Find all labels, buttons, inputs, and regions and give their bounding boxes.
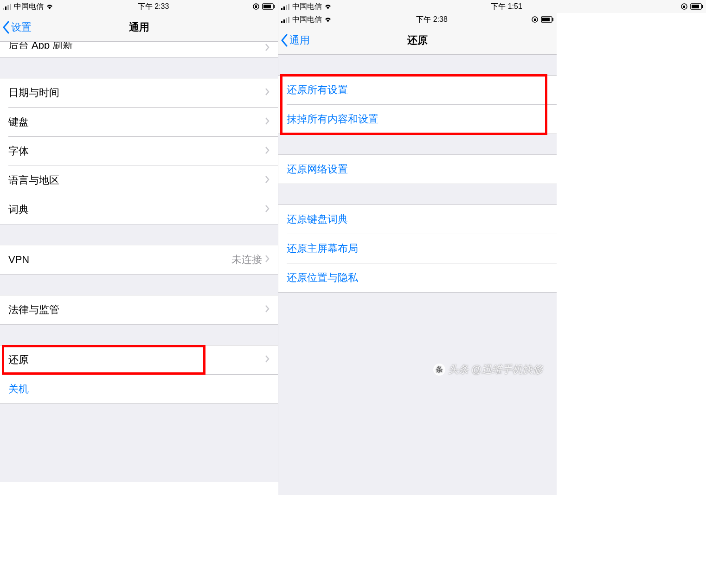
- carrier-label: 中国电信: [14, 2, 44, 12]
- chevron-right-icon: [265, 42, 270, 54]
- svg-rect-18: [281, 21, 282, 23]
- row-dictionary[interactable]: 词典: [0, 195, 278, 224]
- nav-bar: 通用 还原: [278, 26, 557, 55]
- back-label: 设置: [11, 20, 32, 34]
- watermark-text: 头条 @迅维手机快修: [448, 363, 543, 377]
- screen-general: 中国电信 下午 2:33 设置 通用 后台 App 刷新 日期与时间 键盘: [0, 0, 278, 482]
- nav-bar: 设置 通用: [0, 13, 278, 42]
- carrier-label: 中国电信: [292, 15, 322, 25]
- chevron-right-icon: [265, 145, 270, 157]
- signal-icon: [281, 16, 290, 23]
- row-reset[interactable]: 还原: [0, 345, 278, 374]
- page-title: 还原: [407, 33, 428, 47]
- svg-rect-11: [286, 5, 287, 10]
- row-reset-keyboard-dict[interactable]: 还原键盘词典: [278, 205, 557, 234]
- wifi-icon: [324, 16, 332, 23]
- back-button[interactable]: 通用: [280, 33, 310, 47]
- signal-icon: [281, 3, 290, 10]
- svg-rect-3: [10, 4, 11, 10]
- lock-icon: [253, 3, 259, 10]
- status-bar: 中国电信 下午 2:38: [278, 13, 557, 26]
- svg-rect-10: [283, 6, 285, 10]
- row-keyboard[interactable]: 键盘: [0, 108, 278, 136]
- battery-icon: [690, 3, 703, 10]
- clock-label: 下午 1:51: [491, 2, 522, 12]
- carrier-label: 中国电信: [292, 2, 322, 12]
- row-reset-location-privacy[interactable]: 还原位置与隐私: [278, 263, 557, 292]
- wifi-icon: [324, 3, 332, 10]
- signal-icon: [3, 3, 12, 10]
- page-title: 通用: [129, 20, 149, 34]
- chevron-right-icon: [265, 116, 270, 128]
- row-erase-all[interactable]: 抹掉所有内容和设置: [278, 105, 557, 134]
- svg-rect-20: [286, 18, 287, 23]
- row-background-refresh[interactable]: 后台 App 刷新: [0, 42, 278, 57]
- svg-rect-25: [542, 18, 550, 21]
- row-label: 后台 App 刷新: [8, 42, 265, 49]
- back-button[interactable]: 设置: [2, 20, 32, 34]
- svg-rect-23: [534, 19, 536, 21]
- svg-rect-7: [263, 5, 271, 8]
- svg-rect-8: [274, 5, 275, 8]
- row-date-time[interactable]: 日期与时间: [0, 78, 278, 107]
- screen-reset: 中国电信 下午 2:38 通用 还原 还原所有设置 抹掉所有内容和设置: [278, 13, 557, 495]
- svg-rect-19: [283, 19, 285, 23]
- svg-rect-12: [288, 4, 289, 10]
- status-bar: 中国电信 下午 2:33: [0, 0, 278, 13]
- clock-label: 下午 2:38: [416, 15, 448, 25]
- watermark: 条 头条 @迅维手机快修: [433, 363, 543, 377]
- clock-label: 下午 2:33: [138, 2, 169, 12]
- svg-rect-9: [281, 8, 282, 10]
- row-legal[interactable]: 法律与监管: [0, 295, 278, 324]
- row-shutdown[interactable]: 关机: [0, 375, 278, 403]
- svg-rect-26: [552, 18, 553, 21]
- status-bar-outer: 中国电信 下午 1:51: [278, 0, 706, 13]
- chevron-right-icon: [265, 254, 270, 266]
- svg-rect-1: [5, 6, 6, 10]
- chevron-right-icon: [265, 87, 270, 99]
- chevron-right-icon: [265, 354, 270, 366]
- svg-rect-0: [3, 8, 4, 10]
- svg-rect-5: [255, 6, 257, 8]
- svg-rect-21: [288, 17, 289, 23]
- svg-rect-2: [7, 5, 9, 10]
- svg-rect-17: [702, 5, 703, 8]
- row-vpn[interactable]: VPN 未连接: [0, 245, 278, 274]
- svg-rect-16: [692, 5, 699, 8]
- back-label: 通用: [289, 33, 310, 47]
- row-reset-all-settings[interactable]: 还原所有设置: [278, 76, 557, 104]
- row-fonts[interactable]: 字体: [0, 137, 278, 166]
- chevron-right-icon: [265, 204, 270, 216]
- reset-list: 还原所有设置 抹掉所有内容和设置 还原网络设置 还原键盘词典 还原主屏幕布局 还…: [278, 55, 557, 495]
- battery-icon: [262, 3, 275, 10]
- row-reset-network[interactable]: 还原网络设置: [278, 155, 557, 184]
- settings-list: 后台 App 刷新 日期与时间 键盘 字体 语言与地区 词典 VPN 未连接: [0, 42, 278, 482]
- chevron-right-icon: [265, 304, 270, 316]
- chevron-right-icon: [265, 174, 270, 186]
- lock-icon: [532, 16, 538, 23]
- svg-rect-14: [683, 6, 685, 8]
- watermark-icon: 条: [433, 364, 445, 376]
- row-value: 未连接: [231, 253, 262, 267]
- row-reset-home-layout[interactable]: 还原主屏幕布局: [278, 234, 557, 263]
- battery-icon: [541, 16, 554, 23]
- lock-icon: [681, 3, 687, 10]
- row-language-region[interactable]: 语言与地区: [0, 166, 278, 195]
- wifi-icon: [45, 3, 54, 10]
